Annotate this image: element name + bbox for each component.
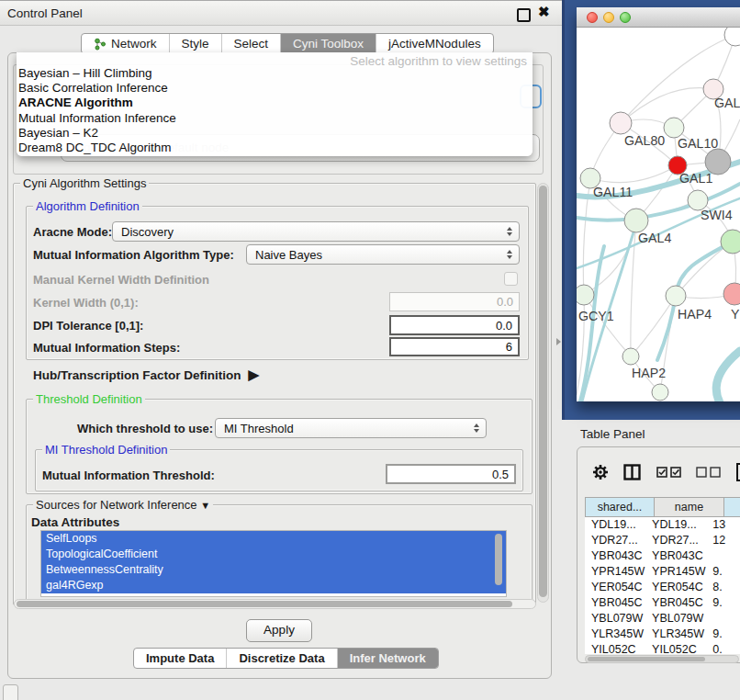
table-cell: 9. — [706, 595, 740, 611]
tab-select[interactable]: Select — [222, 34, 282, 53]
mi-steps-label: Mutual Information Steps: — [33, 341, 180, 355]
column-header-name[interactable]: name — [655, 497, 724, 517]
attribute-item-topologicalcoefficient[interactable]: TopologicalCoefficient — [41, 547, 506, 562]
network-edge — [621, 88, 713, 123]
tab-infer-network[interactable]: Infer Network — [338, 649, 438, 668]
tab-jactivemnodules[interactable]: jActiveMNodules — [376, 34, 493, 53]
table-cell: YDL19... — [585, 517, 645, 533]
columns-icon[interactable] — [623, 464, 642, 480]
float-window-icon[interactable] — [517, 8, 531, 22]
zoom-traffic-light-icon[interactable] — [620, 12, 631, 23]
close-traffic-light-icon[interactable] — [587, 12, 598, 23]
network-node-gal4[interactable] — [624, 209, 648, 232]
network-node[interactable] — [652, 384, 668, 401]
network-node[interactable] — [705, 149, 731, 175]
algorithm-option-mutual-information-inference[interactable]: Mutual Information Inference — [18, 111, 531, 126]
tab-discretize-data[interactable]: Discretize Data — [227, 649, 337, 668]
network-node-hap4[interactable] — [666, 286, 686, 306]
dropdown-item-list: Bayesian – Hill ClimbingBasic Correlatio… — [18, 66, 531, 155]
network-canvas[interactable]: GALGAL80GAL10GAL1GAL11SWI4GAL4GCY1HAP4YH… — [577, 28, 740, 401]
table-cell: YPR145W — [645, 564, 706, 580]
table-row[interactable]: YDL19...YDL19...13 — [585, 517, 740, 533]
mi-type-combo[interactable]: Naive Bayes — [246, 244, 520, 265]
table-cell: YBL079W — [585, 611, 645, 627]
algorithm-option-dream8-dc-tdc-algorithm[interactable]: Dream8 DC_TDC Algorithm — [18, 141, 531, 155]
mi-steps-value: 6 — [391, 340, 518, 354]
bottom-tab-bar: Impute DataDiscretize DataInfer Network — [133, 648, 439, 669]
table-horizontal-scrollbar[interactable] — [585, 655, 739, 663]
node-label-gal4: GAL4 — [638, 231, 671, 245]
network-node-gcy1[interactable] — [577, 285, 594, 305]
panel-title: Control Panel — [7, 6, 83, 20]
table-cell: 12 — [706, 533, 740, 548]
kernel-width-field[interactable]: 0.0 — [389, 292, 520, 311]
column-header-a[interactable]: A — [724, 497, 740, 517]
node-label-gal: GAL — [714, 96, 740, 110]
tab-label: Network — [111, 37, 157, 51]
collapse-down-icon[interactable]: ▼ — [200, 500, 210, 511]
table-row[interactable]: YER054CYER054C8. — [585, 580, 740, 595]
which-threshold-combo[interactable]: MI Threshold — [215, 418, 487, 438]
algorithm-option-aracne-algorithm[interactable]: ARACNE Algorithm — [18, 96, 531, 110]
select-all-icon[interactable] — [656, 467, 681, 478]
network-edge — [590, 165, 678, 183]
tab-impute-data[interactable]: Impute Data — [134, 649, 227, 668]
control-panel-titlebar: Control Panel ✖ — [0, 0, 562, 26]
expand-right-icon[interactable]: ▶ — [249, 367, 260, 382]
network-node-y[interactable] — [723, 283, 740, 305]
panel-resize-marker-icon[interactable] — [556, 338, 561, 345]
table-cell: 13 — [706, 517, 740, 533]
table-row[interactable]: YBR045CYBR045C9. — [585, 595, 740, 611]
algorithm-option-bayesian-hill-climbing[interactable]: Bayesian – Hill Climbing — [18, 66, 531, 81]
network-node-gal80[interactable] — [610, 112, 632, 134]
tab-network[interactable]: Network — [82, 34, 170, 53]
settings-vertical-scrollbar[interactable] — [537, 183, 549, 603]
tab-style[interactable]: Style — [170, 34, 222, 53]
attribute-item-betweennesscentrality[interactable]: BetweennessCentrality — [41, 562, 506, 578]
table-cell: YIL052C — [645, 642, 706, 654]
mi-threshold-field[interactable]: 0.5 — [386, 464, 516, 484]
table-row[interactable]: YDR27...YDR27...12 — [585, 533, 740, 548]
tab-cyni-toolbox[interactable]: Cyni Toolbox — [281, 34, 376, 53]
network-node-gal10[interactable] — [664, 118, 684, 138]
algorithm-option-basic-correlation-inference[interactable]: Basic Correlation Inference — [18, 81, 531, 96]
table-row[interactable]: YIL052CYIL052C0. — [585, 642, 740, 654]
attribute-item-gal4rgexp[interactable]: gal4RGexp — [41, 578, 506, 593]
network-node[interactable] — [724, 28, 740, 46]
table-row[interactable]: YBL079WYBL079W — [585, 611, 740, 627]
dpi-tolerance-field[interactable]: 0.0 — [389, 315, 520, 335]
node-label-swi4: SWI4 — [701, 208, 733, 222]
network-window-titlebar[interactable] — [577, 7, 740, 28]
mi-steps-field[interactable]: 6 — [389, 337, 520, 356]
deselect-all-icon[interactable] — [696, 467, 721, 478]
gear-icon[interactable] — [592, 464, 609, 480]
network-window: GALGAL80GAL10GAL1GAL11SWI4GAL4GCY1HAP4YH… — [577, 7, 740, 401]
node-label-gcy1: GCY1 — [578, 309, 614, 323]
algorithm-definition-title: Algorithm Definition — [33, 199, 142, 213]
hub-definition-expander[interactable]: Hub/Transcription Factor Definition▶ — [33, 367, 259, 383]
network-node[interactable] — [721, 230, 740, 254]
table-cell: YIL052C — [585, 642, 645, 654]
tab-label: Cyni Toolbox — [293, 37, 364, 51]
minimize-traffic-light-icon[interactable] — [603, 12, 614, 23]
table-cell: YBR045C — [645, 595, 706, 611]
list-scrollbar[interactable] — [495, 534, 502, 585]
table-row[interactable]: YLR345WYLR345W9. — [585, 627, 740, 642]
table-cell: YDR27... — [585, 533, 645, 548]
close-icon[interactable]: ✖ — [538, 4, 550, 20]
table-row[interactable]: YBR043CYBR043C — [585, 548, 740, 564]
manual-kernel-checkbox[interactable] — [504, 272, 518, 286]
file-icon[interactable] — [735, 462, 740, 482]
settings-horizontal-scrollbar[interactable] — [14, 599, 536, 609]
algorithm-option-bayesian-k2[interactable]: Bayesian – K2 — [18, 126, 531, 141]
table-row[interactable]: YPR145WYPR145W9. — [585, 564, 740, 580]
data-attributes-list[interactable]: SelfLoopsTopologicalCoefficientBetweenne… — [40, 530, 507, 597]
attribute-item-selfloops[interactable]: SelfLoops — [41, 531, 506, 547]
apply-button[interactable]: Apply — [246, 619, 312, 642]
panel-grip[interactable] — [3, 684, 18, 700]
column-header-shared[interactable]: shared... — [585, 497, 655, 517]
network-node-hap2[interactable] — [622, 348, 639, 365]
node-table-body: YDL19...YDL19...13YDR27...YDR27...12YBR0… — [585, 517, 740, 654]
node-label-hap4: HAP4 — [678, 307, 712, 322]
aracne-mode-combo[interactable]: Discovery — [112, 221, 520, 242]
